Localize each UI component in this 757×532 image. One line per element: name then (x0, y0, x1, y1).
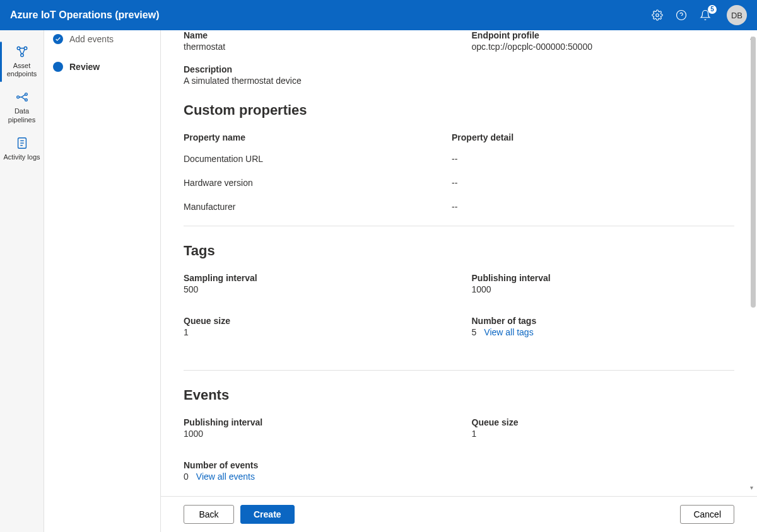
divider (184, 370, 734, 371)
scrollbar-thumb[interactable] (751, 37, 756, 308)
tag-count-value: 5 (472, 327, 477, 337)
footer-bar: Back Create Cancel (161, 496, 757, 532)
events-publishing-value: 1000 (184, 429, 447, 439)
property-detail: -- (452, 202, 734, 212)
wizard-step-add-events[interactable]: Add events (53, 30, 151, 58)
nav-rail: Asset endpoints Data pipelines Activity … (0, 30, 44, 532)
wizard-steps-panel: Add events Review (44, 30, 161, 532)
divider (184, 226, 734, 226)
main-content: Name thermostat Endpoint profile opc.tcp… (161, 30, 757, 496)
active-dot-icon (53, 62, 63, 72)
nav-label: Asset endpoints (3, 62, 41, 78)
svg-point-4 (24, 47, 27, 50)
publishing-interval-value: 1000 (472, 284, 735, 294)
endpoint-profile-label: Endpoint profile (472, 30, 735, 40)
cancel-button[interactable]: Cancel (680, 505, 734, 524)
nav-label: Activity logs (3, 153, 40, 161)
endpoint-profile-value: opc.tcp://opcplc-000000:50000 (472, 42, 735, 52)
pipelines-icon (15, 90, 30, 105)
view-all-tags-link[interactable]: View all tags (484, 327, 533, 337)
property-name: Hardware version (184, 178, 452, 188)
nav-item-asset-endpoints[interactable]: Asset endpoints (0, 39, 44, 84)
nav-item-data-pipelines[interactable]: Data pipelines (0, 84, 44, 130)
property-row: Hardware version -- (184, 178, 734, 188)
scroll-down-icon[interactable]: ▾ (750, 484, 756, 490)
description-label: Description (184, 64, 447, 74)
property-name: Documentation URL (184, 154, 452, 164)
wizard-step-label: Add events (69, 34, 114, 44)
svg-point-1 (677, 11, 686, 20)
settings-icon[interactable] (651, 9, 664, 21)
queue-size-value: 1 (184, 327, 447, 337)
nav-label: Data pipelines (3, 107, 41, 124)
view-all-events-link[interactable]: View all events (196, 471, 255, 482)
tags-heading: Tags (184, 243, 734, 259)
svg-point-8 (25, 99, 27, 101)
publishing-interval-label: Publishing interval (472, 273, 735, 283)
events-publishing-label: Publishing interval (184, 417, 447, 427)
event-count-value: 0 (184, 471, 189, 482)
property-row: Documentation URL -- (184, 154, 734, 164)
tag-count-label: Number of tags (472, 316, 735, 326)
description-value: A simulated thermostat device (184, 76, 447, 86)
nav-item-activity-logs[interactable]: Activity logs (0, 130, 44, 168)
event-count-label: Number of events (184, 460, 447, 470)
name-value: thermostat (184, 42, 447, 52)
notification-icon[interactable]: 5 (699, 9, 712, 21)
svg-point-6 (16, 96, 19, 99)
logs-icon (15, 136, 30, 151)
queue-size-label: Queue size (184, 316, 447, 326)
property-name-header: Property name (184, 132, 452, 142)
events-heading: Events (184, 387, 734, 403)
top-header: Azure IoT Operations (preview) 5 DB (0, 0, 757, 30)
create-button[interactable]: Create (240, 505, 295, 524)
notification-badge: 5 (708, 5, 717, 14)
check-icon (53, 34, 63, 44)
sampling-interval-value: 500 (184, 284, 447, 294)
header-actions: 5 DB (651, 5, 747, 25)
wizard-step-label: Review (69, 62, 100, 72)
events-queue-label: Queue size (472, 417, 735, 427)
property-detail: -- (452, 178, 734, 188)
avatar[interactable]: DB (727, 5, 747, 25)
help-icon[interactable] (675, 9, 688, 21)
property-row: Manufacturer -- (184, 202, 734, 212)
wizard-step-review[interactable]: Review (53, 58, 151, 86)
name-label: Name (184, 30, 447, 40)
custom-properties-heading: Custom properties (184, 102, 734, 119)
back-button[interactable]: Back (184, 505, 234, 524)
scrollbar[interactable]: ▴ ▾ (749, 37, 756, 488)
app-title: Azure IoT Operations (preview) (10, 9, 651, 21)
property-detail: -- (452, 154, 734, 164)
svg-point-7 (25, 93, 27, 96)
sampling-interval-label: Sampling interval (184, 273, 447, 283)
svg-point-5 (20, 54, 23, 57)
endpoints-icon (15, 44, 30, 59)
property-name: Manufacturer (184, 202, 452, 212)
events-queue-value: 1 (472, 429, 735, 439)
svg-point-0 (656, 14, 659, 17)
svg-point-3 (17, 47, 20, 50)
property-detail-header: Property detail (452, 132, 734, 142)
